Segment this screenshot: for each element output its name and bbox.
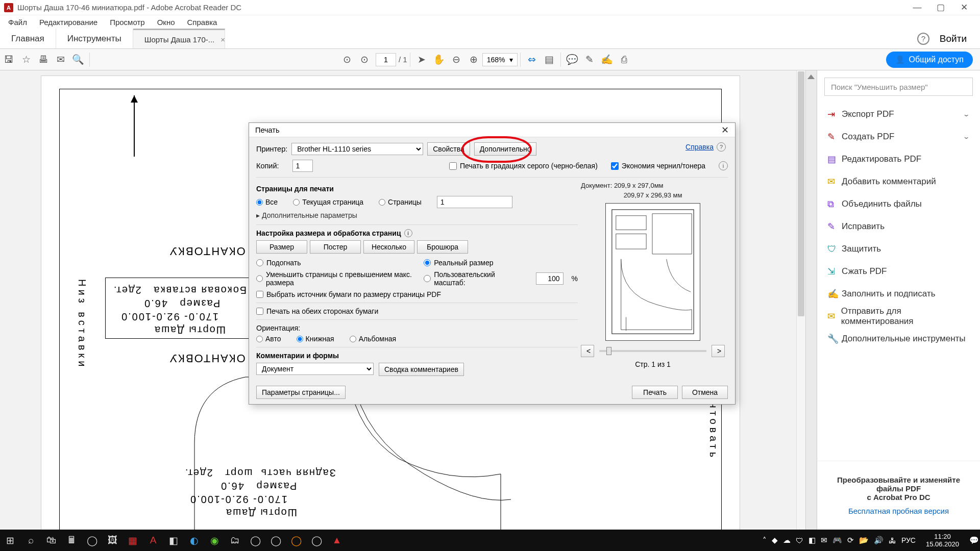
radio-range[interactable]: Страницы <box>379 198 422 206</box>
svg-rect-1 <box>616 216 646 230</box>
tray-language[interactable]: РУС <box>901 536 916 544</box>
tray-up-icon[interactable]: ˄ <box>763 536 767 545</box>
radio-actual[interactable]: Реальный размер <box>424 259 578 267</box>
help-info-icon[interactable]: ? <box>717 142 726 152</box>
comments-section-title: Комментарии и формы <box>256 352 578 360</box>
tray-clock[interactable]: 11:20 15.06.2020 <box>921 533 964 548</box>
check-duplex[interactable]: Печать на обеих сторонах бумаги <box>256 307 578 315</box>
taskbar-app4-icon[interactable]: ◯ <box>306 530 327 550</box>
preview-slider[interactable] <box>599 350 706 352</box>
printer-label: Принтер: <box>256 145 287 153</box>
taskbar-steam-icon[interactable]: ◯ <box>245 530 265 550</box>
tray-notifications-icon[interactable]: 💬 <box>969 536 979 545</box>
taskbar-app1-icon[interactable]: A <box>143 530 163 550</box>
tab-poster[interactable]: Постер <box>310 240 361 254</box>
tray-icon-8[interactable]: 📂 <box>859 536 869 545</box>
radio-current[interactable]: Текущая страница <box>293 198 363 206</box>
svg-rect-0 <box>612 210 694 334</box>
tray-icon-2[interactable]: ☁ <box>783 536 791 545</box>
tab-size[interactable]: Размер <box>256 240 307 254</box>
check-papersource[interactable]: Выбрать источник бумаги по размеру стран… <box>256 290 578 298</box>
properties-button[interactable]: Свойства <box>427 142 470 156</box>
advanced-button[interactable]: Дополнительно <box>474 142 537 156</box>
radio-shrink[interactable]: Уменьшить страницы с превышением макс. р… <box>256 270 424 287</box>
taskbar-xbox-icon[interactable]: ◯ <box>82 530 102 550</box>
page-setup-button[interactable]: Параметры страницы... <box>256 386 346 399</box>
tab-multi[interactable]: Несколько <box>363 240 414 254</box>
preview-next-button[interactable]: > <box>712 345 725 357</box>
preview-prev-button[interactable]: < <box>581 345 594 357</box>
taskbar-nvidia-icon[interactable]: ◉ <box>204 530 225 550</box>
tab-booklet[interactable]: Брошюра <box>417 240 468 254</box>
sizing-section-title: Настройка размера и обработка страниц i <box>256 229 578 237</box>
radio-landscape[interactable]: Альбомная <box>350 335 396 343</box>
range-input[interactable] <box>437 196 512 208</box>
start-button[interactable]: ⊞ <box>0 530 20 550</box>
comments-select[interactable]: Документ <box>256 363 374 375</box>
taskbar-pdf-icon[interactable]: ▦ <box>122 530 143 550</box>
system-tray[interactable]: ˄ ◆ ☁ 🛡 ◧ ✉ 🎮 ⟳ 📂 🔊 🖧 РУС 11:20 15.06.20… <box>763 533 980 548</box>
svg-rect-2 <box>616 234 646 249</box>
radio-portrait[interactable]: Книжная <box>297 335 334 343</box>
scale-input[interactable] <box>536 272 564 285</box>
inksave-check[interactable]: Экономия чернил/тонера <box>611 162 705 170</box>
more-params[interactable]: Дополнительные параметры <box>256 211 578 219</box>
dialog-titlebar: Печать ✕ <box>249 123 735 137</box>
taskbar-chrome-icon[interactable]: ◯ <box>265 530 286 550</box>
orientation-label: Ориентация: <box>256 324 578 332</box>
tray-network-icon[interactable]: 🖧 <box>889 536 896 545</box>
taskbar-app2-icon[interactable]: ◧ <box>163 530 184 550</box>
taskbar-app3-icon[interactable]: ◐ <box>184 530 204 550</box>
printer-select[interactable]: Brother HL-1110 series <box>291 143 423 155</box>
cancel-button[interactable]: Отмена <box>682 386 728 399</box>
taskbar-acrobat-icon[interactable]: ▲ <box>327 530 347 550</box>
tray-icon-6[interactable]: 🎮 <box>832 536 842 545</box>
radio-fit[interactable]: Подогнать <box>256 259 424 267</box>
tray-icon-3[interactable]: 🛡 <box>796 536 803 545</box>
dialog-close-icon[interactable]: ✕ <box>721 124 729 136</box>
paper-size-label: 209,97 x 296,93 мм <box>578 191 728 199</box>
grayscale-check[interactable]: Печать в градациях серого (черно-белая) <box>449 162 598 170</box>
print-preview <box>605 203 700 341</box>
inksave-info-icon[interactable]: i <box>719 161 728 170</box>
radio-auto[interactable]: Авто <box>256 335 281 343</box>
help-link[interactable]: Справка <box>685 143 714 151</box>
tray-icon-1[interactable]: ◆ <box>772 536 778 545</box>
tray-icon-4[interactable]: ◧ <box>808 536 816 545</box>
print-button[interactable]: Печать <box>632 386 678 399</box>
comments-summary-button[interactable]: Сводка комментариев <box>379 363 464 376</box>
taskbar-explorer-icon[interactable]: 🗂 <box>225 530 245 550</box>
radio-all[interactable]: Все <box>256 198 278 206</box>
tray-icon-7[interactable]: ⟳ <box>847 536 854 545</box>
sizing-info-icon[interactable]: i <box>404 229 412 237</box>
taskbar-store-icon[interactable]: 🛍 <box>41 530 61 550</box>
tray-icon-9[interactable]: 🔊 <box>874 536 884 545</box>
doc-size-label: Документ: 209,9 x 297,0мм <box>581 182 728 189</box>
radio-scale[interactable]: Пользовательский масштаб: % <box>424 270 578 287</box>
pages-section-title: Страницы для печати <box>256 185 578 193</box>
tray-icon-5[interactable]: ✉ <box>821 536 827 545</box>
taskbar-firefox-icon[interactable]: ◯ <box>286 530 306 550</box>
modal-overlay: Печать ✕ Принтер: Brother HL-1110 series… <box>0 0 980 551</box>
dialog-title: Печать <box>255 126 280 134</box>
print-dialog: Печать ✕ Принтер: Brother HL-1110 series… <box>249 122 736 405</box>
copies-input[interactable] <box>292 160 313 172</box>
taskbar-calc-icon[interactable]: 🖩 <box>61 530 82 550</box>
taskbar: ⊞ ⌕ 🛍 🖩 ◯ 🖼 ▦ A ◧ ◐ ◉ 🗂 ◯ ◯ ◯ ◯ ▲ ˄ ◆ ☁ … <box>0 530 980 551</box>
preview-page-count: Стр. 1 из 1 <box>578 360 728 368</box>
taskbar-search-icon[interactable]: ⌕ <box>20 530 41 550</box>
taskbar-photos-icon[interactable]: 🖼 <box>102 530 122 550</box>
copies-label: Копий: <box>256 162 279 170</box>
